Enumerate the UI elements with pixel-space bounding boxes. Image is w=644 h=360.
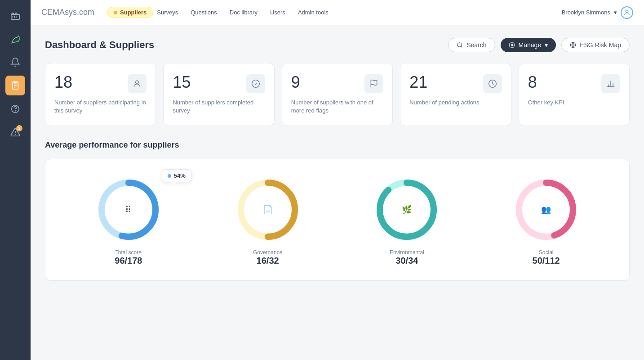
globe-icon [570,42,576,48]
manage-label: Manage [519,41,542,49]
kpi-number-4: 21 [409,74,427,90]
kpi-label-4: Number of pending actions [409,99,502,107]
document-icon: 📄 [263,205,273,215]
svg-line-14 [461,46,462,48]
logo: CEMAsys.com [41,8,94,17]
flag-icon [369,79,378,88]
people-icon: 👥 [541,205,551,215]
svg-point-9 [15,111,16,111]
charts-row: 54% ⠿ Total scor [63,174,611,266]
donut-total: 54% ⠿ [93,174,164,246]
kpi-card-completed: 15 Number of suppliers completed survey [163,63,274,126]
donut-center-governance: 📄 [263,205,273,215]
clipboard-icon[interactable] [5,76,25,95]
section-title: Average performance for suppliers [45,140,630,150]
tooltip-total: 54% [162,169,191,182]
svg-point-12 [626,10,628,12]
chart-environmental: 🌿 Environmental 30/34 [371,174,443,266]
check-circle-icon [251,79,260,88]
nav-questions[interactable]: Questions [191,9,217,16]
svg-point-15 [511,44,513,46]
kpi-icon-box-4 [483,74,502,93]
kpi-label-5: Other key KPI [528,99,620,107]
sidebar: 2 [0,0,31,360]
avatar [621,6,633,19]
clock-icon [488,79,497,88]
chevron-down-icon: ▾ [614,9,617,16]
kpi-icon-box-3 [364,74,383,93]
donut-center-environmental: 🌿 [402,205,412,215]
user-menu[interactable]: Brooklyn Simmons ▾ [562,6,633,19]
page-title: Dashboard & Suppliers [45,39,154,51]
kpi-card-red-flags: 9 Number of suppliers with one of more r… [282,63,393,126]
svg-point-18 [136,81,139,84]
person-icon [133,79,142,88]
kpi-row: 18 Number of suppliers participating in … [45,63,630,126]
kpi-icon-box-2 [246,74,265,93]
header-actions: Search Manage ▾ ESG Risk [448,38,630,52]
leaf-chart-icon: 🌿 [402,205,412,215]
kpi-number-1: 18 [54,74,72,90]
chart-social: 👥 Social 50/112 [510,174,582,266]
chart-total-score: 54% ⠿ Total scor [93,174,164,266]
kpi-icon-box-5 [601,74,620,93]
factory-icon[interactable] [5,5,25,25]
manage-button[interactable]: Manage ▾ [501,38,556,52]
kpi-top-5: 8 [528,74,620,93]
warning-badge: 2 [16,125,22,131]
chart-score-environmental: 30/34 [395,256,418,266]
bar-chart-icon [606,79,615,88]
tooltip-dot [168,174,171,178]
nav-active-suppliers[interactable]: Suppliers [107,7,153,18]
kpi-number-2: 15 [173,74,191,90]
kpi-label-2: Number of suppliers completed survey [173,99,265,115]
kpi-card-pending: 21 Number of pending actions [400,63,511,126]
logo-suffix: sys.com [65,8,94,17]
grid-icon: ⠿ [125,204,132,215]
chart-governance: 📄 Governance 16/32 [232,174,304,266]
search-label: Search [466,41,486,49]
kpi-label-1: Number of suppliers participating in thi… [54,99,147,115]
kpi-top-1: 18 [54,74,147,93]
performance-section: Average performance for suppliers 54% [45,140,630,281]
kpi-top-2: 15 [173,74,265,93]
chart-score-social: 50/112 [533,256,560,266]
kpi-top-4: 21 [409,74,502,93]
chart-label-governance: Governance [253,249,282,256]
donut-center-total: ⠿ [125,204,132,215]
kpi-card-suppliers-total: 18 Number of suppliers participating in … [45,63,156,126]
nav-admin-tools[interactable]: Admin tools [298,9,329,16]
nav-links: Surveys Questions Doc library Users Admi… [157,9,561,16]
leaf-icon[interactable] [5,29,25,49]
search-button[interactable]: Search [448,38,495,52]
question-icon[interactable] [5,99,25,119]
page-header: Dashboard & Suppliers Search Manage ▾ [45,38,630,52]
kpi-card-other-kpi: 8 Other key KPI [519,63,630,126]
chart-label-environmental: Environmental [390,249,424,256]
donut-governance: 📄 [232,174,304,246]
nav-doc-library[interactable]: Doc library [230,9,258,16]
main-content: CEMAsys.com Suppliers Surveys Questions … [31,0,644,360]
chart-label-total: Total score [115,249,142,256]
donut-environmental: 🌿 [371,174,443,246]
nav-active-label: Suppliers [120,9,147,16]
nav-dot [114,11,117,14]
chart-score-governance: 16/32 [257,256,279,266]
warning-icon[interactable]: 2 [5,122,25,142]
bell-icon[interactable] [5,52,25,72]
donut-center-social: 👥 [541,205,551,215]
kpi-top-3: 9 [291,74,383,93]
user-name: Brooklyn Simmons [562,9,610,16]
nav-surveys[interactable]: Surveys [157,9,178,16]
search-icon [457,42,463,48]
content-area: Dashboard & Suppliers Search Manage ▾ [31,25,644,360]
svg-point-13 [457,43,462,47]
esg-risk-map-button[interactable]: ESG Risk Map [561,38,630,52]
performance-card: 54% ⠿ Total scor [45,159,630,281]
kpi-number-5: 8 [528,74,537,90]
kpi-label-3: Number of suppliers with one of more red… [291,99,383,115]
nav-users[interactable]: Users [270,9,285,16]
chart-score-total: 96/178 [115,256,142,266]
kpi-number-3: 9 [291,74,300,90]
svg-point-11 [15,134,16,135]
